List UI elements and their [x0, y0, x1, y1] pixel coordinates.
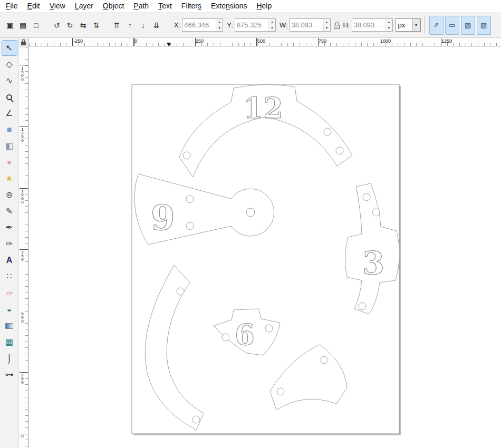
screw-hole[interactable] — [372, 209, 380, 216]
menu-path[interactable]: Path — [129, 0, 153, 12]
w-spin-up-button[interactable]: ▲ — [324, 19, 330, 25]
screw-hole[interactable] — [186, 196, 194, 203]
ruler-corner[interactable] — [19, 38, 28, 46]
screw-hole[interactable] — [324, 128, 331, 135]
tool-connector[interactable]: ⊶ — [2, 367, 17, 383]
paint-bucket-icon: ◒ — [7, 305, 12, 314]
scale-corners-toggle[interactable]: ▭ — [445, 16, 459, 35]
tool-zoom[interactable] — [2, 89, 17, 105]
h-input[interactable] — [352, 19, 386, 31]
menu-help[interactable]: Help — [252, 0, 276, 12]
x-spin-up-button[interactable]: ▲ — [216, 19, 223, 25]
screw-hole[interactable] — [363, 193, 370, 201]
tool-node-editor[interactable]: ◇ — [2, 56, 17, 72]
h-spin-up-button[interactable]: ▲ — [386, 19, 392, 25]
ellipse-icon: ● — [7, 158, 12, 167]
tool-dropper[interactable]: ⌡ — [2, 350, 17, 366]
deselect-button[interactable]: □ — [30, 17, 43, 34]
zoom-magnifier-icon — [6, 94, 12, 100]
tool-text[interactable]: A — [2, 252, 17, 268]
screw-hole[interactable] — [265, 325, 273, 332]
tool-tweak[interactable]: ∿ — [2, 73, 17, 89]
transform-gradients-toggle[interactable]: ▧ — [461, 16, 475, 35]
hub-center-hole[interactable] — [246, 208, 255, 217]
rotate-cw-button[interactable]: ↻ — [63, 17, 76, 34]
y-spin-down-button[interactable]: ▼ — [269, 25, 275, 32]
raise-button[interactable]: ↑ — [123, 17, 137, 34]
w-spin-down-button[interactable]: ▼ — [324, 25, 330, 32]
box-3d-icon: ◧ — [5, 142, 13, 150]
menu-object[interactable]: Object — [98, 0, 129, 12]
hruler-label: 0 — [134, 38, 137, 44]
tool-3d-box[interactable]: ◧ — [2, 138, 17, 154]
screw-hole[interactable] — [321, 356, 328, 364]
tool-paint-bucket[interactable]: ◒ — [2, 301, 17, 317]
y-spin-up-button[interactable]: ▲ — [269, 19, 275, 25]
menu-edit[interactable]: Edit — [23, 0, 45, 12]
menu-text[interactable]: Text — [153, 0, 177, 12]
drawing-canvas[interactable]: 12 9 3 6 — [28, 46, 501, 448]
menu-file[interactable]: File — [1, 0, 23, 12]
tool-gradient[interactable] — [2, 318, 17, 334]
menu-view[interactable]: View — [45, 0, 70, 12]
select-all-button[interactable]: ▣ — [3, 17, 16, 34]
screw-hole[interactable] — [222, 334, 229, 341]
vruler-label: 750 — [20, 250, 25, 261]
y-field: Y: ▲ ▼ — [227, 18, 276, 32]
hruler-label: 1250 — [441, 38, 452, 44]
units-dropdown-arrow-icon[interactable]: ▾ — [412, 19, 420, 31]
screw-hole[interactable] — [183, 152, 190, 159]
tool-calligraphy[interactable]: ✑ — [2, 236, 17, 252]
stencil-number-12: 12 — [243, 91, 283, 125]
h-spin-down-button[interactable]: ▼ — [386, 25, 392, 32]
tool-pencil[interactable]: ✎ — [2, 203, 17, 219]
tool-spiral[interactable]: ⊚ — [2, 187, 17, 203]
flip-horizontal-button[interactable]: ⇆ — [76, 17, 90, 34]
hruler-label: 500 — [257, 38, 265, 44]
lower-button[interactable]: ↓ — [137, 17, 150, 34]
menu-layer[interactable]: Layer — [70, 0, 98, 12]
tool-spray[interactable]: ∷ — [2, 269, 17, 285]
select-all-layers-button[interactable]: ▤ — [16, 17, 30, 34]
y-input[interactable] — [235, 19, 268, 31]
select-tool-controls-bar: ▣ ▤ □ ↺ ↻ ⇆ ⇅ ⇈ ↑ ↓ ⇊ X: ▲ ▼ Y: ▲ ▼ W: — [0, 13, 501, 38]
screw-hole[interactable] — [277, 388, 284, 395]
units-dropdown[interactable]: px ▾ — [396, 18, 421, 32]
transform-patterns-toggle[interactable]: ▨ — [477, 16, 491, 35]
screw-hole[interactable] — [192, 416, 200, 423]
w-input[interactable] — [290, 19, 323, 31]
horizontal-ruler[interactable]: -250 0 250 500 750 1000 1250 — [28, 38, 501, 46]
tool-star[interactable]: ★ — [2, 171, 17, 187]
screw-hole[interactable] — [177, 288, 184, 295]
hruler-label: 250 — [196, 38, 204, 44]
tool-rectangle[interactable]: ■ — [2, 122, 17, 138]
x-spin-down-button[interactable]: ▼ — [216, 25, 223, 32]
tool-mesh-gradient[interactable]: ▦ — [2, 334, 17, 350]
menu-filters[interactable]: Filters — [177, 0, 206, 12]
tool-bezier-pen[interactable]: ✒ — [2, 220, 17, 236]
calligraphy-pen-icon: ✑ — [6, 240, 13, 248]
tool-palette: ↖ ◇ ∿ ∠ ■ ◧ ● ★ ⊚ ✎ ✒ ✑ A ∷ ▱ ◒ ▦ ⌡ ⊶ — [0, 38, 19, 448]
text-tool-icon: A — [6, 256, 13, 265]
screw-hole[interactable] — [359, 303, 366, 310]
flip-vertical-button[interactable]: ⇅ — [90, 17, 103, 34]
vertical-ruler[interactable]: 1500 1250 1000 750 500 250 0 — [19, 46, 28, 448]
tool-measure[interactable]: ∠ — [2, 105, 17, 121]
x-label: X: — [174, 21, 180, 29]
tool-selector[interactable]: ↖ — [2, 40, 17, 56]
tool-ellipse[interactable]: ● — [2, 154, 17, 170]
screw-hole[interactable] — [186, 222, 194, 230]
raise-to-top-button[interactable]: ⇈ — [110, 17, 123, 34]
rotate-ccw-button[interactable]: ↺ — [50, 17, 63, 34]
x-input[interactable] — [182, 19, 216, 31]
tool-eraser[interactable]: ▱ — [2, 285, 17, 301]
scale-stroke-toggle[interactable]: ⇗ — [429, 16, 444, 35]
lower-to-bottom-button[interactable]: ⇊ — [150, 17, 163, 34]
lock-ratio-toggle[interactable] — [333, 20, 341, 31]
menu-extensions[interactable]: Extensions — [206, 0, 252, 12]
tweak-icon: ∿ — [6, 76, 13, 85]
node-editor-icon: ◇ — [6, 60, 12, 69]
w-label: W: — [280, 21, 288, 29]
x-field: X: ▲ ▼ — [174, 18, 223, 32]
screw-hole[interactable] — [336, 147, 343, 154]
